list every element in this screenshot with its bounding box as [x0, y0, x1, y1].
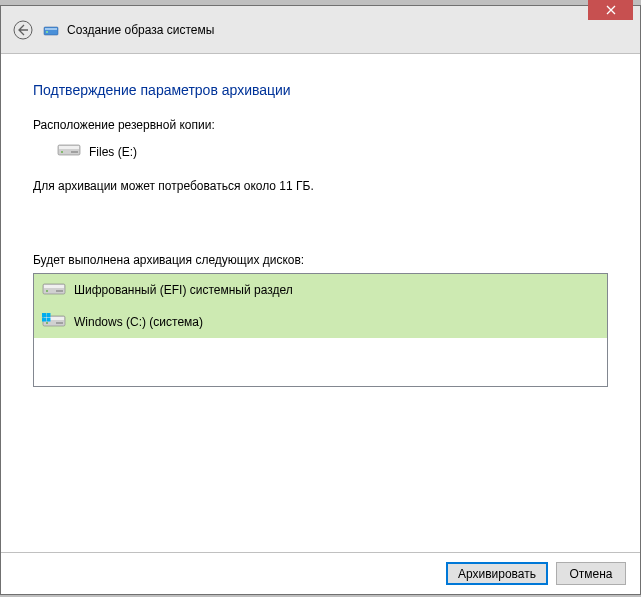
disk-list-item[interactable]: Шифрованный (EFI) системный раздел	[34, 274, 607, 306]
hard-drive-icon	[57, 142, 81, 161]
svg-point-6	[61, 151, 63, 153]
svg-rect-15	[56, 322, 63, 324]
close-icon	[606, 5, 616, 15]
disk-label: Windows (C:) (система)	[74, 315, 203, 329]
location-label: Расположение резервной копии:	[33, 118, 608, 132]
hard-drive-icon	[42, 281, 66, 300]
disk-list: Шифрованный (EFI) системный раздел	[33, 273, 608, 387]
window-title: Создание образа системы	[67, 23, 214, 37]
back-arrow-icon	[13, 20, 33, 40]
svg-rect-9	[44, 285, 64, 288]
back-button[interactable]	[11, 18, 35, 42]
svg-rect-2	[45, 28, 57, 30]
cancel-button[interactable]: Отмена	[556, 562, 626, 585]
disks-section-label: Будет выполнена архивация следующих диск…	[33, 253, 608, 267]
svg-rect-16	[42, 313, 46, 317]
svg-rect-19	[47, 317, 51, 321]
content-area: Подтверждение параметров архивации Распо…	[1, 54, 640, 447]
svg-rect-17	[47, 313, 51, 317]
svg-point-10	[46, 290, 48, 292]
backup-destination: Files (E:)	[33, 142, 608, 161]
titlebar: Создание образа системы	[1, 6, 640, 54]
system-image-icon	[43, 22, 59, 38]
windows-drive-icon	[42, 313, 66, 332]
page-heading: Подтверждение параметров архивации	[33, 82, 608, 98]
svg-rect-18	[42, 317, 46, 321]
close-button[interactable]	[588, 0, 633, 20]
svg-rect-5	[59, 146, 79, 149]
svg-point-3	[46, 31, 48, 33]
svg-rect-7	[71, 151, 78, 153]
disk-list-item[interactable]: Windows (C:) (система)	[34, 306, 607, 338]
archive-button[interactable]: Архивировать	[446, 562, 548, 585]
button-bar: Архивировать Отмена	[1, 552, 640, 594]
svg-rect-11	[56, 290, 63, 292]
disk-label: Шифрованный (EFI) системный раздел	[74, 283, 293, 297]
wizard-window: Создание образа системы Подтверждение па…	[0, 5, 641, 595]
svg-point-14	[46, 322, 48, 324]
size-estimate-text: Для архивации может потребоваться около …	[33, 179, 608, 193]
destination-drive-label: Files (E:)	[89, 145, 137, 159]
